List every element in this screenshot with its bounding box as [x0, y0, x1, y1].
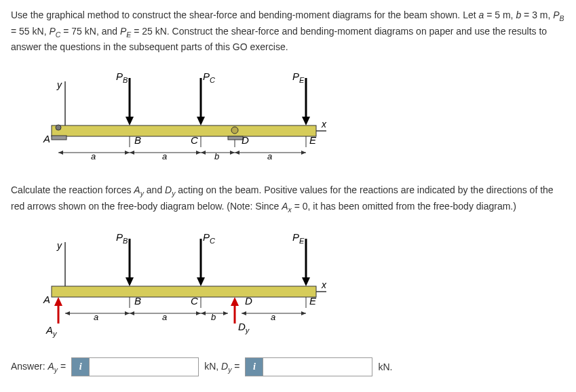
svg-marker-51: [197, 277, 205, 286]
beam-diagram-1: y x PB PC PE A B C D E a: [38, 68, 323, 170]
svg-text:A: A: [43, 133, 50, 144]
svg-text:PB: PB: [116, 231, 128, 245]
svg-text:A: A: [43, 294, 50, 305]
svg-text:a: a: [94, 312, 98, 322]
svg-text:E: E: [309, 295, 317, 307]
svg-text:Dy: Dy: [238, 321, 250, 334]
svg-marker-9: [126, 117, 134, 125]
svg-text:b: b: [211, 312, 216, 322]
svg-text:a: a: [91, 151, 96, 161]
svg-text:a: a: [267, 151, 272, 161]
svg-text:a: a: [162, 312, 167, 322]
svg-text:Ay: Ay: [45, 324, 58, 338]
svg-marker-83: [242, 311, 246, 315]
answer-row: Answer: Ay = i kN, Dy = i kN.: [11, 357, 565, 376]
svg-marker-75: [130, 311, 134, 315]
svg-marker-48: [126, 277, 134, 286]
svg-marker-39: [235, 151, 239, 155]
svg-marker-72: [125, 311, 130, 315]
svg-text:PC: PC: [203, 231, 215, 245]
svg-marker-79: [201, 311, 206, 315]
svg-marker-31: [130, 151, 134, 155]
svg-rect-5: [52, 136, 66, 140]
svg-marker-54: [302, 277, 310, 286]
svg-text:B: B: [134, 295, 141, 307]
svg-marker-80: [223, 311, 228, 315]
svg-text:C: C: [191, 134, 198, 146]
svg-point-6: [231, 127, 238, 134]
unit-end: kN.: [378, 361, 392, 372]
answer-ay-label: Answer: Ay =: [11, 361, 66, 374]
svg-text:PC: PC: [203, 71, 215, 84]
beam-diagram-2-fbd: y x PB PC PE Ay Dy A B C D E: [38, 229, 323, 344]
info-icon[interactable]: i: [246, 358, 263, 376]
svg-text:PE: PE: [292, 231, 305, 245]
svg-text:b: b: [214, 151, 219, 161]
dy-input-wrapper: i: [245, 357, 372, 376]
svg-text:x: x: [321, 279, 327, 290]
problem-statement: Use the graphical method to construct th…: [11, 8, 565, 54]
svg-text:B: B: [134, 134, 141, 146]
svg-marker-35: [201, 151, 206, 155]
info-icon[interactable]: i: [72, 358, 90, 376]
svg-marker-71: [65, 311, 70, 315]
svg-marker-84: [301, 311, 306, 315]
svg-text:PE: PE: [292, 71, 305, 84]
svg-marker-15: [302, 117, 310, 125]
svg-text:a: a: [271, 312, 275, 322]
svg-marker-12: [197, 117, 205, 125]
svg-text:D: D: [245, 295, 252, 307]
answer-dy-label: kN, Dy =: [204, 361, 239, 374]
svg-marker-57: [54, 297, 62, 306]
svg-marker-36: [230, 151, 235, 155]
svg-marker-27: [58, 151, 63, 155]
svg-rect-44: [52, 286, 316, 297]
y-axis-label: y: [56, 79, 62, 90]
svg-text:E: E: [309, 134, 317, 146]
svg-rect-7: [228, 136, 243, 140]
svg-text:D: D: [242, 134, 249, 146]
ay-input-wrapper: i: [71, 357, 199, 376]
calculation-instruction: Calculate the reaction forces Ay and Dy …: [11, 183, 565, 215]
svg-text:y: y: [56, 240, 62, 251]
svg-point-4: [56, 125, 61, 130]
svg-marker-28: [125, 151, 130, 155]
svg-rect-1: [52, 125, 316, 136]
svg-text:a: a: [162, 151, 167, 161]
dy-input[interactable]: [263, 358, 372, 376]
svg-text:x: x: [321, 119, 327, 130]
svg-text:PB: PB: [116, 71, 128, 84]
ay-input[interactable]: [90, 358, 198, 376]
svg-marker-32: [196, 151, 201, 155]
svg-marker-60: [231, 297, 239, 306]
svg-text:C: C: [191, 295, 198, 307]
svg-marker-76: [196, 311, 201, 315]
svg-marker-40: [301, 151, 306, 155]
